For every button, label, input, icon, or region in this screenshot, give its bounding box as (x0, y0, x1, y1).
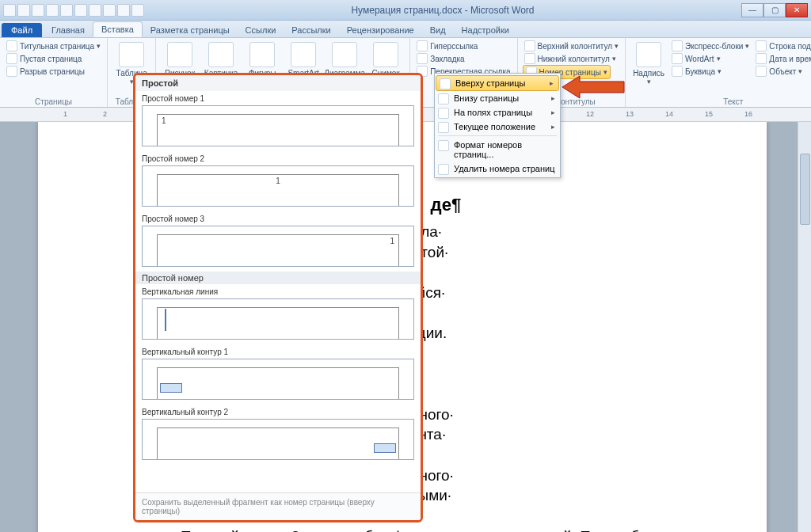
shapes-icon (249, 42, 275, 67)
clipart-icon (208, 42, 234, 67)
current-pos-icon (438, 122, 449, 133)
cover-page-button[interactable]: Титульная страница▾ (5, 40, 102, 52)
header-button[interactable]: Верхний колонтитул▾ (523, 40, 621, 52)
blank-page-icon (6, 53, 17, 64)
remove-icon (438, 164, 449, 175)
menu-current-position[interactable]: Текущее положение▸ (435, 120, 560, 134)
object-icon (756, 66, 767, 77)
close-button[interactable]: ✕ (786, 3, 808, 17)
group-label: Текст (630, 97, 811, 107)
title-bar: Нумерация страниц.docx - Microsoft Word … (0, 0, 811, 21)
tab-mailings[interactable]: Рассылки (284, 23, 338, 37)
qat-save-icon[interactable] (3, 4, 16, 17)
annotation-arrow (562, 74, 626, 100)
gallery-item[interactable]: Вертикальный контур 1 (135, 344, 421, 405)
qat-redo-icon[interactable] (32, 4, 44, 17)
page-number-menu: Вверху страницы▸ Внизу страницы▸ На поля… (434, 73, 561, 178)
menu-page-margins[interactable]: На полях страницы▸ (435, 105, 560, 120)
tab-review[interactable]: Рецензирование (339, 23, 422, 37)
wordart-button[interactable]: WordArt▾ (670, 52, 751, 65)
page-top-icon (440, 78, 451, 89)
ribbon-tabs: Файл Главная Вставка Разметка страницы С… (0, 21, 811, 38)
window-title: Нумерация страниц.docx - Microsoft Word (144, 5, 741, 16)
datetime-icon (756, 53, 767, 64)
gallery-item[interactable]: Простой номер 3 1 (135, 211, 421, 272)
qat-icon[interactable] (46, 4, 59, 17)
header-icon (524, 40, 535, 51)
gallery-section-header: Простой номер (135, 272, 421, 284)
window-controls: — ▢ ✕ (741, 3, 808, 17)
svg-marker-0 (562, 76, 624, 98)
menu-format-page-numbers[interactable]: Формат номеров страниц... (435, 138, 560, 162)
tab-insert[interactable]: Вставка (93, 21, 143, 37)
quickparts-icon (672, 40, 683, 51)
qat-icon[interactable] (74, 4, 87, 17)
qat-icon[interactable] (117, 4, 130, 17)
qat-icon[interactable] (103, 4, 116, 17)
tab-home[interactable]: Главная (44, 23, 93, 37)
qat-icon[interactable] (89, 4, 101, 17)
textbox-button[interactable]: Надпись▾ (630, 40, 667, 86)
page-break-button[interactable]: Разрыв страницы (5, 65, 86, 78)
table-icon (119, 42, 144, 67)
clipart-button[interactable]: Картинка (202, 40, 240, 78)
object-button[interactable]: Объект▾ (754, 65, 811, 78)
page-number-gallery: Простой Простой номер 1 1 Простой номер … (133, 73, 423, 522)
chart-icon (332, 42, 357, 67)
doc-text: Простой·номер·3·–·номер·без·форматирован… (157, 526, 735, 532)
picture-icon (167, 42, 192, 67)
wordart-icon (672, 53, 683, 64)
quick-access-toolbar (3, 4, 144, 17)
footer-button[interactable]: Нижний колонтитул▾ (523, 52, 618, 65)
hyperlink-button[interactable]: Гиперссылка (415, 40, 479, 52)
smartart-icon (291, 42, 316, 67)
menu-remove-page-numbers[interactable]: Удалить номера страниц (435, 162, 560, 176)
screenshot-icon (373, 42, 398, 67)
picture-button[interactable]: Рисунок (161, 40, 199, 78)
page-break-icon (6, 66, 17, 77)
page-bottom-icon (438, 93, 449, 104)
smartart-button[interactable]: SmartArt (284, 40, 322, 78)
group-pages: Титульная страница▾ Пустая страница Разр… (0, 38, 108, 107)
gallery-save-selection[interactable]: Сохранить выделенный фрагмент как номер … (135, 492, 421, 520)
chart-button[interactable]: Диаграмма (326, 40, 364, 78)
file-tab[interactable]: Файл (2, 23, 42, 37)
menu-bottom-of-page[interactable]: Внизу страницы▸ (435, 91, 560, 105)
gallery-item[interactable]: Вертикальная линия (135, 284, 421, 344)
footer-icon (524, 53, 535, 64)
dropcap-icon (672, 66, 683, 77)
dropcap-button[interactable]: Буквица▾ (670, 65, 751, 78)
group-text: Надпись▾ Экспресс-блоки▾ WordArt▾ Буквиц… (626, 38, 811, 107)
qat-icon[interactable] (131, 4, 144, 17)
qat-undo-icon[interactable] (17, 4, 30, 17)
tab-page-layout[interactable]: Разметка страницы (143, 23, 238, 37)
group-label: Страницы (5, 97, 102, 107)
datetime-button[interactable]: Дата и время (754, 52, 811, 65)
quickparts-button[interactable]: Экспресс-блоки▾ (670, 40, 751, 52)
gallery-item[interactable]: Простой номер 2 1 (135, 151, 421, 211)
qat-icon[interactable] (60, 4, 73, 17)
gallery-item[interactable]: Вертикальный контур 2 (135, 405, 421, 465)
tab-references[interactable]: Ссылки (238, 23, 284, 37)
signature-button[interactable]: Строка подписи▾ (754, 40, 811, 52)
page-margin-icon (438, 108, 449, 119)
menu-top-of-page[interactable]: Вверху страницы▸ (436, 75, 559, 91)
scrollbar-thumb[interactable] (800, 154, 810, 225)
gallery-section-header: Простой (135, 75, 421, 91)
signature-icon (756, 40, 767, 51)
bookmark-icon (417, 53, 428, 64)
tab-addins[interactable]: Надстройки (454, 23, 517, 37)
bookmark-button[interactable]: Закладка (415, 52, 466, 65)
format-icon (438, 140, 449, 151)
cover-page-icon (6, 40, 17, 51)
vertical-scrollbar[interactable] (798, 122, 811, 532)
gallery-item[interactable]: Простой номер 1 1 (135, 91, 421, 151)
textbox-icon (636, 42, 661, 67)
hyperlink-icon (417, 40, 428, 51)
minimize-button[interactable]: — (741, 3, 763, 17)
maximize-button[interactable]: ▢ (763, 3, 786, 17)
blank-page-button[interactable]: Пустая страница (5, 52, 83, 65)
tab-view[interactable]: Вид (422, 23, 454, 37)
